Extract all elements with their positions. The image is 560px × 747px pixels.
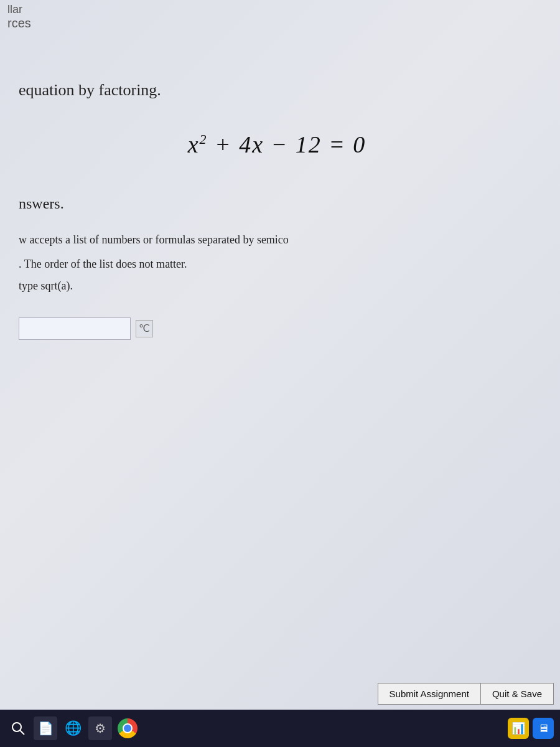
answer-input-row: ℃ — [19, 317, 541, 340]
file-icon[interactable]: 📄 — [34, 716, 57, 740]
submit-assignment-button[interactable]: Submit Assignment — [378, 683, 480, 705]
equation-exponent: 2 — [200, 131, 208, 147]
svg-point-0 — [12, 723, 21, 731]
input-symbol-icon[interactable]: ℃ — [136, 320, 153, 337]
instruction-line2: . The order of the list does not matter. — [19, 255, 541, 273]
blue-app-icon[interactable]: 🖥 — [533, 718, 554, 739]
yellow-app-icon[interactable]: 📊 — [508, 718, 529, 739]
answers-label: nswers. — [19, 195, 541, 212]
main-content: llar rces equation by factoring. x2 + 4x… — [0, 0, 560, 710]
chrome-icon-inner — [118, 718, 138, 738]
search-icon[interactable] — [6, 716, 30, 740]
bottom-buttons: Submit Assignment Quit & Save — [378, 683, 554, 705]
chrome-icon[interactable] — [116, 716, 139, 740]
partial-top-text: llar rces — [0, 0, 39, 34]
svg-line-1 — [20, 730, 24, 735]
sqrt-note: type sqrt(a). — [19, 280, 541, 293]
equation-var: x — [188, 131, 200, 157]
taskbar: 📄 🌐 ⚙ 📊 🖥 — [0, 710, 560, 747]
answer-input[interactable] — [19, 317, 131, 340]
settings-icon[interactable]: ⚙ — [88, 716, 112, 740]
equation-display: x2 + 4x − 12 = 0 — [12, 131, 541, 158]
equation-prompt: equation by factoring. — [19, 81, 541, 100]
partial-top-line1: llar — [7, 3, 31, 16]
browser-icon[interactable]: 🌐 — [61, 716, 85, 740]
rces-label: rces — [7, 16, 31, 31]
quit-save-button[interactable]: Quit & Save — [480, 683, 554, 705]
instruction-line1: w accepts a list of numbers or formulas … — [19, 231, 541, 249]
equation-rest: + 4x − 12 = 0 — [208, 131, 366, 157]
